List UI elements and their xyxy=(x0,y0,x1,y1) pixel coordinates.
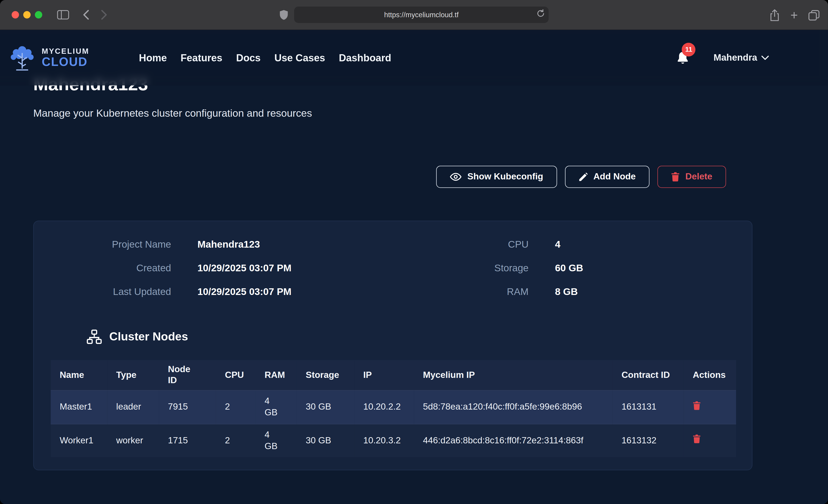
browser-window: https://myceliumcloud.tf + xyxy=(0,0,828,504)
forward-icon[interactable] xyxy=(101,9,107,20)
cluster-page: Mahendra123 Manage your Kubernetes clust… xyxy=(0,30,828,504)
cell-contract-id: 1613131 xyxy=(613,390,684,424)
table-row-master1: Master1 leader 7915 2 4 GB 30 GB 10.20.2… xyxy=(51,390,736,424)
browser-toolbar: https://myceliumcloud.tf + xyxy=(0,0,828,30)
cell-cpu: 2 xyxy=(216,390,255,424)
window-zoom-button[interactable] xyxy=(35,11,42,18)
cell-ram: 4 GB xyxy=(255,390,297,424)
table-header-row: Name Type Node ID CPU RAM Storage IP Myc… xyxy=(51,360,736,390)
nav-link-docs[interactable]: Docs xyxy=(236,52,261,64)
user-menu[interactable]: Mahendra xyxy=(713,52,769,63)
cell-type: leader xyxy=(107,390,159,424)
share-icon[interactable] xyxy=(770,9,780,22)
back-icon[interactable] xyxy=(83,9,89,20)
window-close-button[interactable] xyxy=(12,11,19,18)
nav-links: Home Features Docs Use Cases Dashboard xyxy=(139,52,391,64)
detail-value: Mahendra123 xyxy=(197,237,440,251)
site-navbar: MYCELIUM CLOUD Home Features Docs Use Ca… xyxy=(0,30,828,85)
detail-label: Project Name xyxy=(34,237,171,251)
detail-label: Storage xyxy=(467,261,529,275)
detail-value: 10/29/2025 03:07 PM xyxy=(197,261,440,275)
detail-label: RAM xyxy=(467,284,529,299)
nav-link-dashboard[interactable]: Dashboard xyxy=(339,52,391,64)
detail-label: Last Updated xyxy=(34,284,171,299)
sidebar-toggle-icon[interactable] xyxy=(57,10,69,19)
add-node-button[interactable]: Add Node xyxy=(565,166,650,188)
cell-cpu: 2 xyxy=(216,424,255,457)
nav-link-use-cases[interactable]: Use Cases xyxy=(275,52,325,64)
reload-icon[interactable] xyxy=(536,9,545,18)
col-contract-id: Contract ID xyxy=(613,360,684,390)
url-text: https://myceliumcloud.tf xyxy=(384,11,459,18)
nav-link-features[interactable]: Features xyxy=(181,52,222,64)
col-mycelium-ip: Mycelium IP xyxy=(414,360,613,390)
mycelium-logo-icon xyxy=(7,44,37,72)
cell-node-id: 1715 xyxy=(159,424,216,457)
cell-mycelium-ip: 5d8:78ea:a120:f40c:ff0f:a5fe:99e6:8b96 xyxy=(414,390,613,424)
cell-ram: 4 GB xyxy=(255,424,297,457)
cell-name: Worker1 xyxy=(51,424,107,457)
cell-storage: 30 GB xyxy=(297,424,354,457)
nav-link-home[interactable]: Home xyxy=(139,52,167,64)
traffic-lights xyxy=(0,11,42,18)
toolbar-right-icons: + xyxy=(770,0,820,30)
cluster-nodes-heading: Cluster Nodes xyxy=(87,329,752,345)
address-bar-group: https://myceliumcloud.tf xyxy=(279,7,548,23)
col-node-id: Node ID xyxy=(159,360,216,390)
cell-ip: 10.20.3.2 xyxy=(355,424,414,457)
notification-badge: 11 xyxy=(682,42,696,56)
address-bar[interactable]: https://myceliumcloud.tf xyxy=(294,7,548,23)
col-ram: RAM xyxy=(255,360,297,390)
cluster-detail-card: Project Name Mahendra123 CPU 4 Created 1… xyxy=(33,220,752,470)
cell-type: worker xyxy=(107,424,159,457)
cell-actions xyxy=(684,424,736,457)
eye-icon xyxy=(450,172,462,181)
cluster-details: Project Name Mahendra123 CPU 4 Created 1… xyxy=(34,237,752,299)
user-name: Mahendra xyxy=(713,52,757,63)
detail-value: 60 GB xyxy=(555,261,752,275)
detail-value: 8 GB xyxy=(555,284,752,299)
chevron-down-icon xyxy=(761,55,769,60)
detail-value: 4 xyxy=(555,237,752,251)
notifications-button[interactable]: 11 xyxy=(676,51,689,65)
col-name: Name xyxy=(51,360,107,390)
detail-value: 10/29/2025 03:07 PM xyxy=(197,284,440,299)
col-storage: Storage xyxy=(297,360,354,390)
cell-ip: 10.20.2.2 xyxy=(355,390,414,424)
pencil-icon xyxy=(579,172,588,181)
cluster-nodes-table: Name Type Node ID CPU RAM Storage IP Myc… xyxy=(51,360,736,457)
cell-actions xyxy=(684,390,736,424)
show-kubeconfig-button[interactable]: Show Kubeconfig xyxy=(436,166,557,188)
delete-cluster-button[interactable]: Delete xyxy=(658,166,726,188)
sitemap-icon xyxy=(87,329,102,344)
col-type: Type xyxy=(107,360,159,390)
page-subtitle: Manage your Kubernetes cluster configura… xyxy=(33,107,828,119)
window-minimize-button[interactable] xyxy=(23,11,31,18)
cell-contract-id: 1613132 xyxy=(613,424,684,457)
cell-storage: 30 GB xyxy=(297,390,354,424)
delete-node-icon[interactable] xyxy=(693,435,701,444)
brand-name-bottom: CLOUD xyxy=(42,56,89,68)
cell-node-id: 7915 xyxy=(159,390,216,424)
col-ip: IP xyxy=(355,360,414,390)
brand-logo[interactable]: MYCELIUM CLOUD xyxy=(7,44,89,72)
nav-right: 11 Mahendra xyxy=(676,51,769,65)
cell-name: Master1 xyxy=(51,390,107,424)
table-row-worker1: Worker1 worker 1715 2 4 GB 30 GB 10.20.3… xyxy=(51,424,736,457)
tab-overview-icon[interactable] xyxy=(809,10,820,20)
trash-icon xyxy=(671,172,679,181)
col-actions: Actions xyxy=(684,360,736,390)
webpage: Mahendra123 Manage your Kubernetes clust… xyxy=(0,30,828,504)
detail-label: CPU xyxy=(467,237,529,251)
delete-node-icon[interactable] xyxy=(693,401,701,410)
brand-name-top: MYCELIUM xyxy=(42,47,89,55)
action-buttons: Show Kubeconfig Add Node xyxy=(33,166,752,188)
detail-label: Created xyxy=(34,261,171,275)
new-tab-icon[interactable]: + xyxy=(791,9,798,22)
cell-mycelium-ip: 446:d2a6:8bcd:8c16:ff0f:72e2:3114:863f xyxy=(414,424,613,457)
privacy-shield-icon[interactable] xyxy=(279,9,288,20)
col-cpu: CPU xyxy=(216,360,255,390)
